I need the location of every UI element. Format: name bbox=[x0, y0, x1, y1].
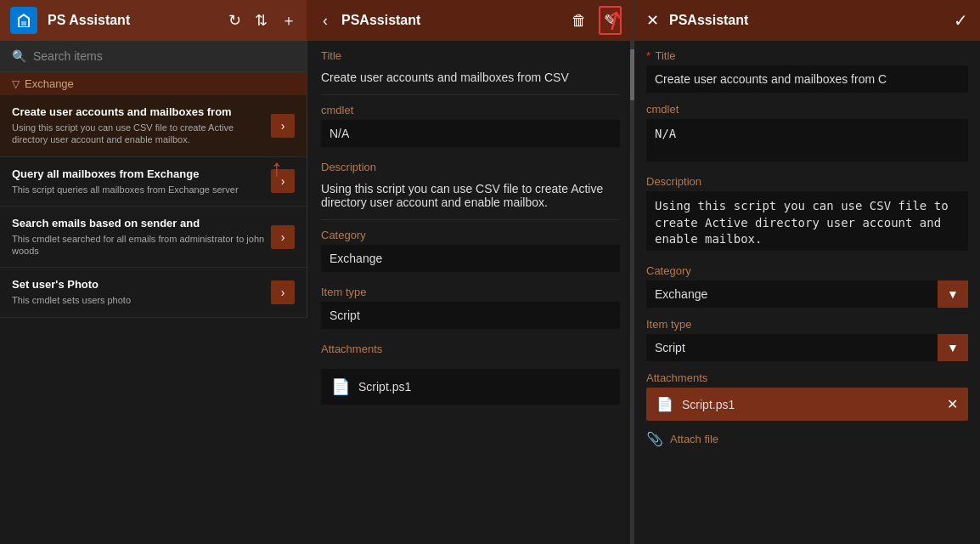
middle-panel-title: PSAssistant bbox=[341, 13, 558, 28]
scrollbar-track bbox=[630, 41, 634, 544]
form-cmdlet-field: cmdlet N/A bbox=[646, 103, 968, 165]
form-description-label: Description bbox=[646, 175, 968, 188]
remove-attachment-button[interactable]: ✕ bbox=[947, 396, 958, 412]
field-description-label: Description bbox=[321, 161, 620, 173]
form-title-field: * Title bbox=[646, 49, 968, 93]
delete-icon[interactable]: 🗑 bbox=[568, 8, 590, 33]
form-itemtype-select[interactable]: Script bbox=[646, 334, 968, 361]
field-category-label: Category bbox=[321, 229, 620, 241]
field-title-label: Title bbox=[321, 49, 620, 62]
field-description-value: Using this script you can use CSV file t… bbox=[321, 177, 620, 214]
form-description-field: Description Using this script you can us… bbox=[646, 175, 968, 254]
attach-file-button[interactable]: 📎 Attach file bbox=[646, 426, 968, 452]
middle-panel-header: ‹ PSAssistant 🗑 ✎ bbox=[307, 0, 634, 41]
field-itemtype-value: Script bbox=[321, 302, 620, 329]
form-description-textarea[interactable]: Using this script you can use CSV file t… bbox=[646, 191, 968, 251]
item-3-arrow: › bbox=[271, 225, 295, 249]
form-attachments-label: Attachments bbox=[646, 371, 968, 384]
app-header: PS Assistant ↻ ⇅ ＋ bbox=[0, 0, 307, 41]
field-attachments-label: Attachments bbox=[321, 343, 620, 355]
itemtype-selected-value: Script bbox=[655, 341, 685, 354]
item-4-arrow: › bbox=[271, 280, 295, 304]
attach-file-icon: 📄 bbox=[656, 396, 673, 412]
title-required-star: * bbox=[646, 49, 651, 62]
panel-left: PS Assistant ↻ ⇅ ＋ 🔍 ▽ Exchange Create u… bbox=[0, 0, 307, 318]
field-title-value: Create user accounts and mailboxes from … bbox=[321, 65, 620, 89]
field-title-section: Title Create user accounts and mailboxes… bbox=[307, 41, 634, 94]
form-category-label: Category bbox=[646, 264, 968, 277]
item-1-arrow: › bbox=[271, 114, 295, 138]
form-category-select[interactable]: Exchange bbox=[646, 280, 968, 308]
back-icon[interactable]: ‹ bbox=[319, 8, 331, 33]
search-input[interactable] bbox=[33, 49, 295, 63]
item-2-title: Query all mailboxes from Exchange bbox=[12, 167, 271, 180]
category-label: Exchange bbox=[25, 77, 74, 90]
field-cmdlet-label: cmdlet bbox=[321, 104, 620, 116]
list-item-2[interactable]: Query all mailboxes from Exchange This s… bbox=[0, 157, 307, 207]
field-cmdlet-section: cmdlet N/A bbox=[307, 95, 634, 152]
category-dropdown-arrow[interactable]: ▼ bbox=[938, 280, 968, 308]
search-icon: 🔍 bbox=[12, 49, 26, 63]
panel-right: ✕ PSAssistant ✓ * Title cmdlet N/A Descr… bbox=[634, 0, 980, 544]
item-2-desc: This script queries all mailboxes from E… bbox=[12, 184, 271, 196]
item-1-desc: Using this script you can use CSV file t… bbox=[12, 122, 271, 146]
edit-icon[interactable]: ✎ bbox=[599, 6, 622, 35]
right-close-icon[interactable]: ✕ bbox=[646, 11, 659, 30]
right-panel-title: PSAssistant bbox=[669, 13, 943, 28]
middle-header-icons: 🗑 ✎ bbox=[568, 6, 622, 35]
list-item-1[interactable]: Create user accounts and mailboxes from … bbox=[0, 95, 307, 157]
field-category-value: Exchange bbox=[321, 245, 620, 272]
right-check-icon[interactable]: ✓ bbox=[954, 10, 968, 31]
item-4-desc: This cmdlet sets users photo bbox=[12, 294, 271, 306]
form-itemtype-field: Item type Script ▼ bbox=[646, 318, 968, 361]
item-4-title: Set user's Photo bbox=[12, 278, 271, 291]
category-selected-value: Exchange bbox=[655, 287, 707, 301]
right-panel-header: ✕ PSAssistant ✓ bbox=[634, 0, 980, 41]
attach-add-icon: 📎 bbox=[646, 431, 663, 447]
middle-panel-content: Title Create user accounts and mailboxes… bbox=[307, 41, 634, 410]
field-itemtype-label: Item type bbox=[321, 286, 620, 298]
itemtype-dropdown-arrow[interactable]: ▼ bbox=[938, 334, 968, 361]
attach-file-label: Attach file bbox=[670, 433, 718, 445]
form-attachments-field: Attachments 📄 Script.ps1 ✕ 📎 Attach file bbox=[646, 371, 968, 452]
svg-rect-0 bbox=[21, 21, 26, 26]
item-3-desc: This cmdlet searched for all emails from… bbox=[12, 233, 271, 258]
sort-icon[interactable]: ⇅ bbox=[255, 11, 268, 30]
left-panel-title: PS Assistant bbox=[48, 13, 218, 28]
field-attachments-section: Attachments bbox=[307, 334, 634, 364]
form-attachment-item: 📄 Script.ps1 ✕ bbox=[646, 388, 968, 421]
form-cmdlet-label: cmdlet bbox=[646, 103, 968, 116]
form-category-select-wrap: Exchange ▼ bbox=[646, 280, 968, 308]
middle-attach-name: Script.ps1 bbox=[358, 380, 411, 394]
item-2-arrow: › bbox=[271, 169, 295, 193]
file-icon: 📄 bbox=[331, 377, 350, 396]
category-header: ▽ Exchange bbox=[0, 72, 307, 95]
filter-icon: ▽ bbox=[12, 78, 20, 90]
form-itemtype-select-wrap: Script ▼ bbox=[646, 334, 968, 361]
search-bar: 🔍 bbox=[0, 41, 307, 72]
form-attach-name: Script.ps1 bbox=[682, 398, 735, 411]
field-category-section: Category Exchange bbox=[307, 220, 634, 277]
field-itemtype-section: Item type Script bbox=[307, 277, 634, 334]
panel-middle: ‹ PSAssistant 🗑 ✎ ↗ Title Create user ac… bbox=[307, 0, 634, 410]
form-itemtype-label: Item type bbox=[646, 318, 968, 331]
scrollbar-thumb[interactable] bbox=[630, 49, 634, 100]
item-1-title: Create user accounts and mailboxes from bbox=[12, 105, 271, 118]
right-panel-content: * Title cmdlet N/A Description Using thi… bbox=[634, 41, 980, 544]
form-cmdlet-textarea[interactable]: N/A bbox=[646, 119, 968, 162]
form-title-input[interactable] bbox=[646, 65, 968, 93]
field-cmdlet-value: N/A bbox=[321, 120, 620, 147]
field-description-section: Description Using this script you can us… bbox=[307, 152, 634, 219]
refresh-icon[interactable]: ↻ bbox=[228, 11, 241, 30]
list-item-4[interactable]: Set user's Photo This cmdlet sets users … bbox=[0, 268, 307, 317]
app-logo bbox=[10, 7, 37, 34]
item-3-title: Search emails based on sender and bbox=[12, 217, 271, 230]
add-icon[interactable]: ＋ bbox=[281, 10, 296, 31]
form-category-field: Category Exchange ▼ bbox=[646, 264, 968, 308]
list-item-3[interactable]: Search emails based on sender and This c… bbox=[0, 207, 307, 269]
form-title-label: * Title bbox=[646, 49, 968, 62]
header-icons: ↻ ⇅ ＋ bbox=[228, 10, 296, 31]
middle-attachment-item: 📄 Script.ps1 bbox=[321, 369, 620, 405]
